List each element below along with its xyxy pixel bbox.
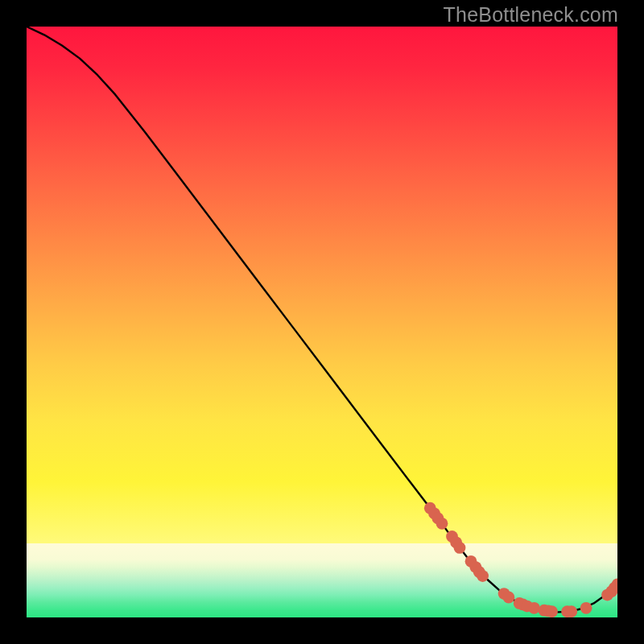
data-dot (546, 605, 558, 617)
plot-area (27, 27, 617, 617)
data-dot (528, 602, 540, 614)
plot-svg (27, 27, 617, 617)
data-dot (454, 542, 466, 554)
data-dot (580, 602, 592, 614)
chart-stage: TheBottleneck.com (0, 0, 644, 644)
data-dot (565, 605, 577, 617)
data-dot (503, 592, 515, 604)
data-dot (477, 570, 489, 582)
gradient-background (27, 27, 617, 617)
watermark-text: TheBottleneck.com (444, 3, 618, 27)
data-dot (436, 518, 448, 530)
